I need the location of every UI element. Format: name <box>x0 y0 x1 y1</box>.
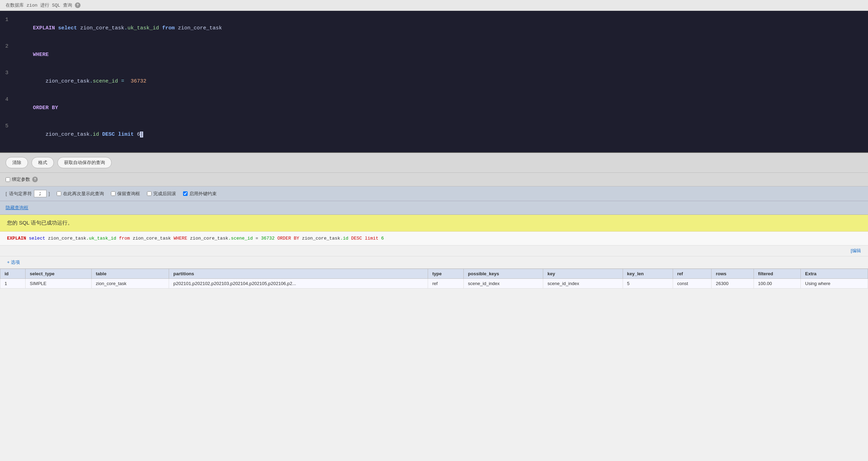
sql-echo-table1: zion_core_task <box>48 236 86 241</box>
show-again-checkbox[interactable] <box>57 191 61 196</box>
sql-echo-space1 <box>26 236 29 241</box>
sql-echo: EXPLAIN select zion_core_task . uk_task_… <box>0 232 868 246</box>
code-line-1: 1 EXPLAIN select zion_core_task.uk_task_… <box>0 15 868 42</box>
td-possible-keys: scene_id_index <box>464 279 543 289</box>
scroll-on-finish-checkbox[interactable] <box>147 191 152 196</box>
code-content-4: ORDER BY <box>14 95 58 121</box>
sql-echo-space8 <box>275 236 278 241</box>
th-possible-keys: possible_keys <box>464 269 543 279</box>
sql-echo-limit: limit <box>365 236 378 241</box>
show-again-text: 在此再次显示此查询 <box>63 191 104 197</box>
enable-fk-checkbox[interactable] <box>183 191 188 196</box>
result-table: id select_type table partitions type pos… <box>0 269 868 289</box>
th-extra: Extra <box>801 269 868 279</box>
enable-fk-text: 启用外键约束 <box>189 191 217 197</box>
sql-echo-space7: = <box>253 236 261 241</box>
sql-echo-space3 <box>116 236 119 241</box>
keep-query-label[interactable]: 保留查询框 <box>111 191 140 197</box>
hide-query-link[interactable]: 隐藏查询框 <box>0 201 868 215</box>
top-bar: 在数据库 zion 进行 SQL 查询 ? <box>0 0 868 11</box>
td-key-len: 5 <box>623 279 673 289</box>
options-link[interactable]: + 选项 <box>7 260 20 265</box>
code-content-1: EXPLAIN select zion_core_task.uk_task_id… <box>14 16 222 41</box>
sql-echo-space6 <box>187 236 190 241</box>
sql-echo-from: from <box>119 236 130 241</box>
format-button[interactable]: 格式 <box>31 157 54 168</box>
sql-echo-explain: EXPLAIN <box>7 236 26 241</box>
explain-table: id select_type table partitions type pos… <box>0 269 868 289</box>
bind-params-help-icon[interactable]: ? <box>32 177 38 182</box>
autosave-button[interactable]: 获取自动保存的查询 <box>57 157 112 168</box>
enable-fk-label[interactable]: 启用外键约束 <box>183 191 217 197</box>
code-line-3: 3 zion_core_task.scene_id = 36732 <box>0 68 868 95</box>
sql-echo-select: select <box>29 236 45 241</box>
th-rows: rows <box>712 269 754 279</box>
code-line-5: 5 zion_core_task.id DESC limit 6| <box>0 121 868 148</box>
edit-link[interactable]: [编辑 <box>850 248 861 253</box>
clear-button[interactable]: 清除 <box>6 157 28 168</box>
th-filtered: filtered <box>754 269 801 279</box>
sql-echo-dot2: . <box>228 236 231 241</box>
help-icon[interactable]: ? <box>75 2 80 8</box>
th-select-type: select_type <box>26 269 92 279</box>
top-bar-label: 在数据库 zion 进行 SQL 查询 <box>6 2 72 8</box>
td-select-type: SIMPLE <box>26 279 92 289</box>
table-header-row: id select_type table partitions type pos… <box>0 269 868 279</box>
sql-echo-col2: scene_id <box>231 236 253 241</box>
th-key-len: key_len <box>623 269 673 279</box>
sql-echo-col1: uk_task_id <box>89 236 116 241</box>
scroll-on-finish-text: 完成后回滚 <box>153 191 176 197</box>
sql-echo-space2 <box>45 236 48 241</box>
bind-params-text: 绑定参数 <box>12 176 30 183</box>
td-ref: const <box>673 279 711 289</box>
keep-query-checkbox[interactable] <box>111 191 115 196</box>
delimiter-input[interactable] <box>34 190 47 197</box>
code-content-5: zion_core_task.id DESC limit 6| <box>14 122 143 147</box>
bind-params-bar: 绑定参数 ? <box>0 173 868 186</box>
sql-echo-num1: 36732 <box>261 236 275 241</box>
bind-params-label[interactable]: 绑定参数 <box>6 176 30 183</box>
th-id: id <box>0 269 26 279</box>
sql-echo-num2: 6 <box>381 236 384 241</box>
keep-query-text: 保留查询框 <box>117 191 140 197</box>
code-line-4: 4 ORDER BY <box>0 95 868 121</box>
code-editor[interactable]: 1 EXPLAIN select zion_core_task.uk_task_… <box>0 11 868 153</box>
options-bar: + 选项 <box>0 256 868 269</box>
td-id: 1 <box>0 279 26 289</box>
th-ref: ref <box>673 269 711 279</box>
delimiter-label: 语句定界符 <box>9 191 32 197</box>
delimiter-box: [ 语句定界符 ] <box>6 190 50 197</box>
line-num-3: 3 <box>0 69 14 77</box>
sql-echo-space10 <box>348 236 351 241</box>
sql-echo-space11 <box>362 236 365 241</box>
td-partitions: p202101,p202102,p202103,p202104,p202105,… <box>169 279 428 289</box>
td-key: scene_id_index <box>543 279 623 289</box>
td-table: zion_core_task <box>91 279 169 289</box>
td-type: ref <box>428 279 464 289</box>
line-num-4: 4 <box>0 95 14 104</box>
td-extra: Using where <box>801 279 868 289</box>
bind-params-checkbox[interactable] <box>6 177 10 182</box>
sql-echo-desc: DESC <box>351 236 362 241</box>
sql-echo-dot3: . <box>340 236 343 241</box>
line-num-2: 2 <box>0 42 14 51</box>
sql-echo-dot1: . <box>86 236 89 241</box>
sql-echo-table4: zion_core_task <box>302 236 340 241</box>
table-row: 1 SIMPLE zion_core_task p202101,p202102,… <box>0 279 868 289</box>
toolbar: 清除 格式 获取自动保存的查询 <box>0 153 868 173</box>
query-options: [ 语句定界符 ] 在此再次显示此查询 保留查询框 完成后回滚 启用外键约束 <box>0 186 868 201</box>
sql-echo-where: WHERE <box>174 236 187 241</box>
sql-echo-space12 <box>378 236 381 241</box>
th-partitions: partitions <box>169 269 428 279</box>
delimiter-close-bracket: ] <box>49 191 50 196</box>
scroll-on-finish-label[interactable]: 完成后回滚 <box>147 191 176 197</box>
delimiter-open-bracket: [ <box>6 191 7 196</box>
td-filtered: 100.00 <box>754 279 801 289</box>
sql-echo-table3: zion_core_task <box>190 236 228 241</box>
th-type: type <box>428 269 464 279</box>
success-message: 您的 SQL 语句已成功运行。 <box>7 220 73 226</box>
td-rows: 26300 <box>712 279 754 289</box>
show-again-label[interactable]: 在此再次显示此查询 <box>57 191 104 197</box>
code-content-2: WHERE <box>14 42 49 68</box>
line-num-5: 5 <box>0 122 14 130</box>
